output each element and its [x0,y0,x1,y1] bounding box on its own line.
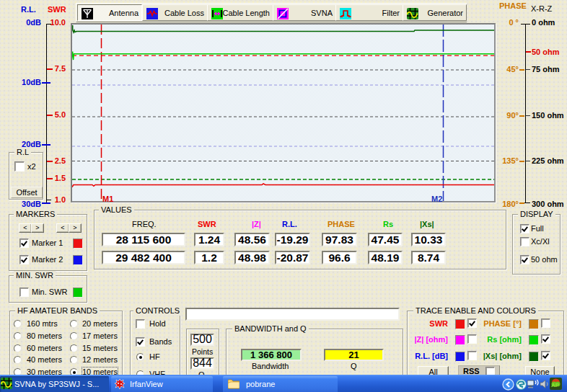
svg-text:AP: AP [551,382,560,388]
